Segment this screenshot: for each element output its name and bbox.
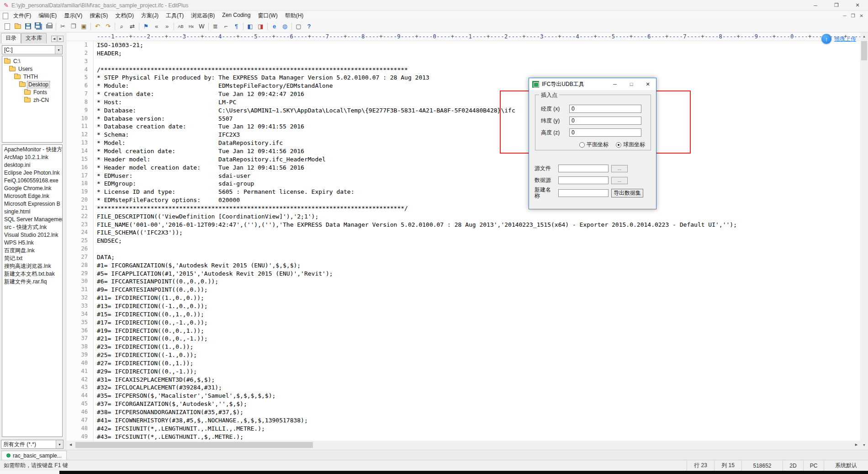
scroll-down-icon[interactable]: ▼ bbox=[860, 441, 868, 449]
menu-item[interactable]: 窗口(W) bbox=[254, 11, 281, 21]
radio-button-icon[interactable] bbox=[616, 142, 621, 148]
dialog-title-bar[interactable]: IFC导出UDB工具 ─ □ ✕ bbox=[529, 78, 656, 90]
code-view[interactable]: 1 ISO-10303-21; 2 HEADER; 3 4 /*********… bbox=[67, 41, 860, 441]
file-list-item[interactable]: 新建文本文档.txt.bak bbox=[2, 270, 62, 278]
browser-preview-icon[interactable]: e bbox=[269, 21, 280, 32]
tab-cliptext[interactable]: 文本库 bbox=[21, 33, 47, 43]
mdi-restore-icon[interactable]: ❐ bbox=[851, 13, 855, 18]
save-icon[interactable] bbox=[23, 21, 33, 32]
redo-icon[interactable]: ↷ bbox=[103, 21, 113, 32]
show-ruler-icon[interactable]: ⌐ bbox=[221, 21, 231, 32]
tree-item[interactable]: Desktop bbox=[2, 80, 62, 88]
file-list-item[interactable]: desktop.ini bbox=[2, 161, 62, 169]
menu-item[interactable]: 工具(T) bbox=[162, 11, 187, 21]
next-bookmark-icon[interactable]: » bbox=[162, 21, 172, 32]
file-list-item[interactable]: 新建文件夹.rar.fiq bbox=[2, 278, 62, 286]
tree-item[interactable]: THTH bbox=[2, 73, 62, 80]
upload-icon[interactable]: ↑ bbox=[821, 34, 831, 44]
file-list-item[interactable]: Microsoft Edge.lnk bbox=[2, 192, 62, 200]
menu-item[interactable]: 显示(V) bbox=[60, 11, 86, 21]
scroll-right-icon[interactable]: ▶ bbox=[852, 441, 860, 449]
file-list-item[interactable]: FeiQ.1060559168.exe bbox=[2, 177, 62, 185]
file-list-item[interactable]: ApacheMonitor - 快捷方 bbox=[2, 146, 62, 154]
file-list-item[interactable]: 简记.txt bbox=[2, 255, 62, 262]
scroll-left-icon[interactable]: ◀ bbox=[67, 441, 74, 449]
radio-option[interactable]: 球面坐标 bbox=[616, 141, 645, 149]
replace-icon[interactable]: ⇄ bbox=[127, 21, 138, 32]
dialog-maximize-button[interactable]: □ bbox=[623, 78, 640, 90]
file-list-item[interactable]: 搜狗高速浏览器.lnk bbox=[2, 262, 62, 270]
file-list-item[interactable]: 百度网盘.lnk bbox=[2, 247, 62, 255]
menu-item[interactable]: Zen Coding bbox=[218, 11, 254, 21]
coordinate-input[interactable] bbox=[569, 117, 641, 125]
find-icon[interactable]: ⌕ bbox=[116, 21, 127, 32]
menu-item[interactable]: 编辑(E) bbox=[35, 11, 60, 21]
menu-item[interactable]: 方案(J) bbox=[138, 11, 162, 21]
drag-upload-link[interactable]: 拖拽上传 bbox=[834, 35, 856, 43]
menu-item[interactable]: 文档(D) bbox=[111, 11, 138, 21]
file-filter-select[interactable]: 所有文件 (*.*) ▼ bbox=[1, 440, 64, 449]
undo-icon[interactable]: ↶ bbox=[92, 21, 103, 32]
view-in-browser-icon[interactable]: ◍ bbox=[280, 21, 290, 32]
horizontal-scroll-thumb[interactable] bbox=[75, 442, 313, 448]
menu-item[interactable]: 文件(F) bbox=[10, 11, 35, 21]
source-file-browse-button[interactable]: ... bbox=[611, 165, 628, 172]
file-list-item[interactable]: Microsoft Expression B bbox=[2, 200, 62, 208]
datasource-input[interactable] bbox=[558, 176, 609, 184]
tree-item[interactable]: Users bbox=[2, 65, 62, 73]
line-numbers-icon[interactable]: ≣ bbox=[210, 21, 221, 32]
copy-icon[interactable]: ❐ bbox=[68, 21, 79, 32]
save-all-icon[interactable] bbox=[33, 21, 44, 32]
prev-bookmark-icon[interactable]: « bbox=[151, 21, 162, 32]
maximize-button[interactable]: ❐ bbox=[826, 0, 847, 11]
scroll-up-icon[interactable]: ▲ bbox=[860, 32, 868, 40]
datasource-browse-button[interactable]: ... bbox=[611, 177, 628, 184]
syntax-color-icon[interactable]: ◧ bbox=[245, 21, 255, 32]
mdi-close-icon[interactable]: ✕ bbox=[860, 13, 863, 18]
tree-item[interactable]: C:\ bbox=[2, 57, 62, 65]
tree-item[interactable]: zh-CN bbox=[2, 96, 62, 104]
cut-icon[interactable]: ✂ bbox=[58, 21, 68, 32]
menu-item[interactable]: 浏览器(B) bbox=[187, 11, 218, 21]
paste-icon[interactable]: ▣ bbox=[79, 21, 89, 32]
chevron-down-icon[interactable]: ▼ bbox=[56, 440, 63, 448]
menu-item[interactable]: 帮助(H) bbox=[281, 11, 307, 21]
open-file-icon[interactable] bbox=[12, 21, 23, 32]
drive-select[interactable]: [C:] ▼ bbox=[2, 45, 63, 54]
export-dataset-button[interactable]: 导出数据集 bbox=[611, 189, 643, 197]
horizontal-scrollbar[interactable]: ◀ ▶ bbox=[67, 441, 860, 449]
source-file-input[interactable] bbox=[558, 165, 609, 172]
word-wrap-icon[interactable]: W bbox=[196, 21, 207, 32]
file-list-item[interactable]: SQL Server Managemen bbox=[2, 216, 62, 224]
print-icon[interactable] bbox=[44, 21, 54, 32]
vertical-scroll-thumb[interactable] bbox=[861, 41, 867, 60]
file-list-item[interactable]: WPS H5.lnk bbox=[2, 239, 62, 247]
mdi-minimize-icon[interactable]: ─ bbox=[843, 13, 847, 18]
dialog-close-button[interactable]: ✕ bbox=[640, 78, 656, 90]
show-marks-icon[interactable]: ¶ bbox=[231, 21, 242, 32]
coordinate-input[interactable] bbox=[569, 105, 641, 113]
file-list-item[interactable]: single.html bbox=[2, 208, 62, 216]
coordinate-input[interactable] bbox=[569, 128, 641, 137]
file-list-item[interactable]: Eclipse Jee Photon.lnk bbox=[2, 169, 62, 177]
file-list-item[interactable]: ArcMap 10.2.1.lnk bbox=[2, 154, 62, 161]
new-file-icon[interactable] bbox=[2, 21, 12, 32]
fullscreen-icon[interactable]: ▢ bbox=[293, 21, 304, 32]
vertical-scrollbar[interactable]: ▲ ▼ bbox=[860, 32, 868, 449]
context-help-icon[interactable]: ? bbox=[304, 21, 314, 32]
document-tab[interactable]: rac_basic_sample... bbox=[1, 451, 67, 460]
close-button[interactable]: ✕ bbox=[847, 0, 868, 11]
toggle-bookmark-icon[interactable]: ⚑ bbox=[141, 21, 151, 32]
tab-directory[interactable]: 目录 bbox=[1, 33, 21, 43]
chevron-down-icon[interactable]: ▼ bbox=[55, 46, 62, 54]
tree-item[interactable]: Fonts bbox=[2, 88, 62, 96]
tab-scroll-left-icon[interactable]: ◀ bbox=[51, 36, 57, 42]
file-list-item[interactable]: Visual Studio 2012.lnk bbox=[2, 231, 62, 239]
new-name-input[interactable] bbox=[558, 189, 609, 197]
tab-scroll-right-icon[interactable]: ▶ bbox=[58, 36, 64, 42]
radio-option[interactable]: 平面坐标 bbox=[579, 141, 609, 149]
letter-case-icon[interactable]: AB bbox=[175, 21, 186, 32]
file-list-item[interactable]: Google Chrome.lnk bbox=[2, 185, 62, 192]
hex-viewer-icon[interactable]: Hx bbox=[186, 21, 196, 32]
dialog-minimize-button[interactable]: ─ bbox=[607, 78, 623, 90]
